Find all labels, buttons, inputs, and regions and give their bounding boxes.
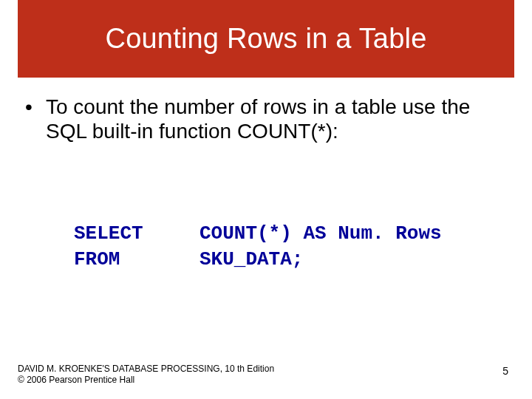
title-bar: Counting Rows in a Table: [18, 0, 514, 78]
slide: Counting Rows in a Table • To count the …: [0, 0, 532, 399]
bullet-item: • To count the number of rows in a table…: [25, 95, 507, 143]
bullet-mark: •: [25, 95, 46, 119]
page-number: 5: [502, 365, 508, 377]
footer-line-2: © 2006 Pearson Prentice Hall: [18, 375, 274, 386]
code-keyword-select: SELECT: [74, 221, 200, 247]
code-line-1: SELECT COUNT(*) AS Num. Rows: [74, 221, 442, 247]
code-line-2: FROM SKU_DATA;: [74, 247, 442, 273]
body-area: • To count the number of rows in a table…: [25, 95, 507, 143]
footer: DAVID M. KROENKE'S DATABASE PROCESSING, …: [18, 364, 274, 386]
code-expr-1: COUNT(*) AS Num. Rows: [200, 222, 442, 245]
slide-title: Counting Rows in a Table: [105, 23, 426, 55]
bullet-text: To count the number of rows in a table u…: [46, 95, 507, 143]
footer-line-1: DAVID M. KROENKE'S DATABASE PROCESSING, …: [18, 364, 274, 375]
code-expr-2: SKU_DATA;: [200, 248, 303, 270]
code-keyword-from: FROM: [74, 247, 200, 273]
sql-code-block: SELECT COUNT(*) AS Num. Rows FROM SKU_DA…: [74, 169, 442, 325]
